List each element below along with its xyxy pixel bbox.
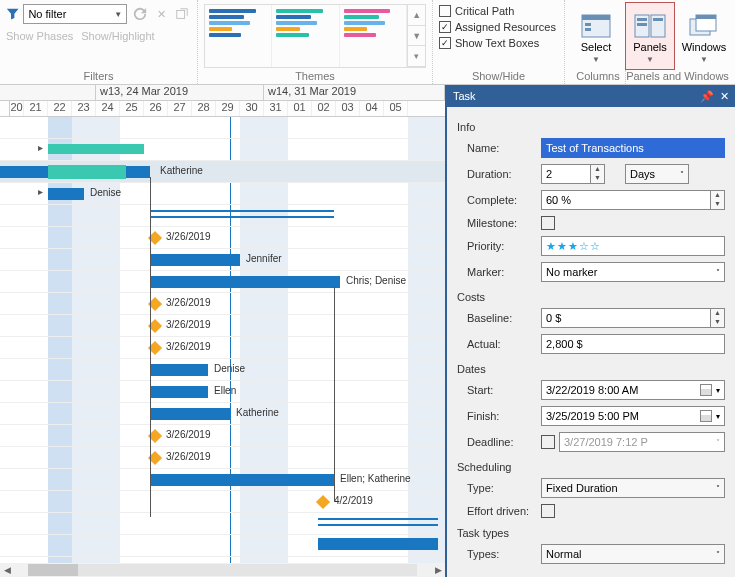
popout-icon[interactable] (174, 5, 191, 23)
gantt-bar[interactable] (150, 254, 240, 266)
select-label: Select (581, 41, 612, 53)
theme-thumb[interactable] (272, 5, 339, 67)
gantt-bar[interactable] (48, 165, 126, 179)
actual-field[interactable]: 2,800 $ (541, 334, 725, 354)
bar-label: 3/26/2019 (166, 429, 211, 440)
baseline-field[interactable]: 0 $ (541, 308, 711, 328)
columns-label: Columns (571, 70, 625, 84)
duration-field[interactable] (541, 164, 591, 184)
bar-label: 3/26/2019 (166, 319, 211, 330)
scrollbar-thumb[interactable] (28, 564, 78, 576)
panels-windows-label: Panels and Windows (625, 70, 729, 84)
duration-unit-combo[interactable]: Days˅ (625, 164, 689, 184)
showhide-group: Critical Path ✓ Assigned Resources ✓ Sho… (433, 0, 565, 84)
connector-line (150, 177, 151, 517)
connector-line (334, 287, 335, 502)
bar-label: 3/26/2019 (166, 451, 211, 462)
show-highlight-link[interactable]: Show/Highlight (81, 30, 154, 42)
critical-path-check[interactable]: Critical Path (439, 2, 558, 18)
windows-button[interactable]: Windows ▼ (679, 2, 729, 70)
theme-thumb[interactable] (340, 5, 407, 67)
info-section-label: Info (457, 115, 725, 135)
close-icon[interactable]: ✕ (720, 90, 729, 103)
start-date-field[interactable]: 3/22/2019 8:00 AM ▾ (541, 380, 725, 400)
show-text-boxes-check[interactable]: ✓ Show Text Boxes (439, 34, 558, 50)
bar-label: Katherine (160, 165, 203, 176)
gantt-summary-bar[interactable] (150, 210, 334, 218)
svg-rect-8 (637, 23, 647, 26)
bar-label: Jennifer (246, 253, 282, 264)
gantt-bar[interactable] (150, 474, 334, 486)
bar-label: Denise (90, 187, 121, 198)
bar-label: Ellen (214, 385, 236, 396)
bar-label: Ellen; Katherine (340, 473, 411, 484)
finish-date-field[interactable]: 3/25/2019 5:00 PM ▾ (541, 406, 725, 426)
deadline-date-field[interactable]: 3/27/2019 7:12 P˅ (559, 432, 725, 452)
name-field[interactable]: Test of Transactions (541, 138, 725, 158)
type-combo[interactable]: Fixed Duration˅ (541, 478, 725, 498)
complete-spinner[interactable]: ▲▼ (711, 190, 725, 210)
theme-scroll[interactable]: ▲ ▼ ▾ (407, 5, 425, 67)
expand-icon[interactable]: ▸ (38, 142, 43, 153)
marker-combo[interactable]: No marker˅ (541, 262, 725, 282)
filter-combo-text: No filter (28, 8, 66, 20)
gantt-bar[interactable] (150, 386, 208, 398)
svg-rect-9 (653, 18, 663, 21)
chevron-down-icon: ▼ (592, 55, 600, 64)
baseline-spinner[interactable]: ▲▼ (711, 308, 725, 328)
themes-gallery[interactable]: ▲ ▼ ▾ (204, 4, 426, 68)
gantt-bar[interactable] (318, 538, 438, 550)
actual-label: Actual: (457, 338, 541, 350)
dates-section-label: Dates (457, 357, 725, 377)
task-panel-title-bar[interactable]: Task 📌 ✕ (447, 85, 735, 107)
gantt-bar[interactable] (150, 364, 208, 376)
effort-checkbox[interactable] (541, 504, 555, 518)
calendar-icon[interactable] (700, 384, 712, 396)
complete-field[interactable]: 60 % (541, 190, 711, 210)
bar-label: Denise (214, 363, 245, 374)
svg-rect-0 (177, 11, 185, 19)
priority-field[interactable]: ★★★☆☆ (541, 236, 725, 256)
gantt-bar[interactable] (150, 276, 340, 288)
task-panel: Task 📌 ✕ Info Name: Test of Transactions… (445, 85, 735, 577)
assigned-resources-label: Assigned Resources (455, 21, 556, 33)
scroll-right-icon[interactable]: ▶ (431, 565, 445, 575)
panels-label: Panels (633, 41, 667, 53)
types-label: Types: (457, 548, 541, 560)
gantt-summary-bar[interactable] (318, 518, 438, 526)
gantt-bar[interactable] (48, 144, 144, 154)
priority-label: Priority: (457, 240, 541, 252)
duration-spinner[interactable]: ▲▼ (591, 164, 605, 184)
scheduling-section-label: Scheduling (457, 455, 725, 475)
types-combo[interactable]: Normal˅ (541, 544, 725, 564)
assigned-resources-check[interactable]: ✓ Assigned Resources (439, 18, 558, 34)
gantt-bar[interactable] (150, 408, 230, 420)
bar-label: 3/26/2019 (166, 341, 211, 352)
calendar-icon[interactable] (700, 410, 712, 422)
deadline-checkbox[interactable] (541, 435, 555, 449)
week-label: w13, 24 Mar 2019 (96, 85, 264, 100)
more-themes-icon[interactable]: ▾ (408, 46, 425, 67)
gantt-chart[interactable]: w13, 24 Mar 2019 w14, 31 Mar 2019 20 21 … (0, 85, 445, 577)
themes-group: ▲ ▼ ▾ Themes (198, 0, 433, 84)
select-button[interactable]: Select ▼ (571, 2, 621, 70)
clear-filter-icon[interactable]: ✕ (153, 5, 170, 23)
horizontal-scrollbar[interactable]: ◀ ▶ (0, 563, 445, 577)
milestone-checkbox[interactable] (541, 216, 555, 230)
panels-button[interactable]: Panels ▼ (625, 2, 675, 70)
filter-combo[interactable]: No filter ▼ (23, 4, 127, 24)
scroll-left-icon[interactable]: ◀ (0, 565, 14, 575)
svg-rect-12 (696, 15, 716, 19)
show-text-boxes-label: Show Text Boxes (455, 37, 539, 49)
chevron-down-icon: ▼ (114, 10, 122, 19)
chevron-down-icon[interactable]: ▼ (408, 26, 425, 47)
themes-label: Themes (204, 70, 426, 84)
refresh-icon[interactable] (131, 5, 148, 23)
show-phases-link[interactable]: Show Phases (6, 30, 73, 42)
chevron-up-icon[interactable]: ▲ (408, 5, 425, 26)
gantt-bar[interactable] (48, 188, 84, 200)
expand-icon[interactable]: ▸ (38, 186, 43, 197)
theme-thumb[interactable] (205, 5, 272, 67)
gantt-body[interactable]: ▸ Katherine ▸ Denise 3/26/2019 Jennifer … (0, 117, 445, 563)
pin-icon[interactable]: 📌 (700, 90, 714, 103)
